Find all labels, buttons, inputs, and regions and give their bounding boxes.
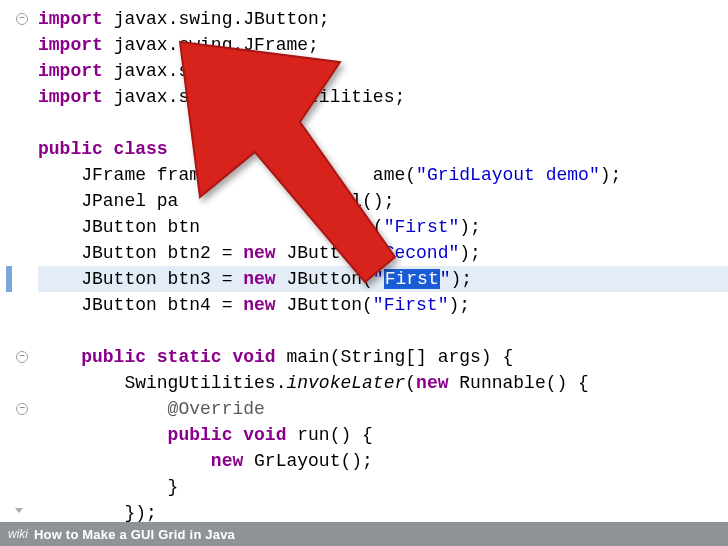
red-arrow-annotation: [140, 32, 420, 292]
code-line: new GrLayout();: [38, 448, 728, 474]
code-line: public void run() {: [38, 422, 728, 448]
code-line: @Override: [38, 396, 728, 422]
footer-title: How to Make a GUI Grid in Java: [34, 527, 235, 542]
svg-marker-0: [180, 42, 395, 282]
code-line: import javax.swing.JButton;: [38, 6, 728, 32]
footer-bar: wiki How to Make a GUI Grid in Java: [0, 522, 728, 546]
footer-brand: wiki: [8, 527, 28, 541]
code-line: public static void main(String[] args) {: [38, 344, 728, 370]
code-line: }: [38, 474, 728, 500]
blank-line: [38, 318, 728, 344]
code-line: SwingUtilities.invokeLater(new Runnable(…: [38, 370, 728, 396]
code-line: JButton btn4 = new JButton("First");: [38, 292, 728, 318]
